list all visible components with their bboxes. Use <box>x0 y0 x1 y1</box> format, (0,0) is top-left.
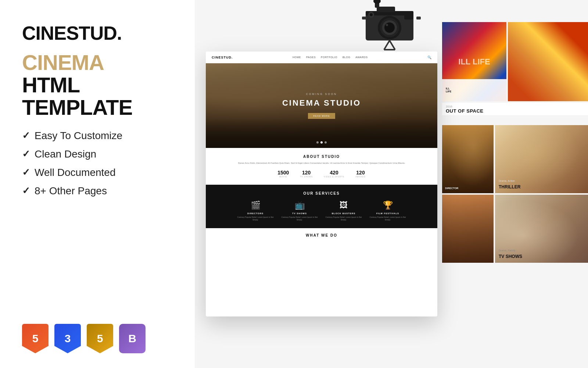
subtitle-rest: HTMLTEMPLATE <box>22 74 176 119</box>
preview-about-section: ABOUT STUDIO Donec Arcu Dolor, Elementum… <box>206 148 437 185</box>
blockbusters-icon: 🖼 <box>325 201 362 210</box>
bottom-right-images: DIRECTOR Drama, Action THRILLER Drama, F… <box>442 125 588 263</box>
stat-number: 1500 <box>277 170 289 176</box>
preview-services-section: OUR SERVICES 🎬 DIRECTORS Contrary Popula… <box>206 185 437 228</box>
html5-badge: 5 <box>22 324 49 353</box>
service-blockbusters: 🖼 BLOCK BUSTERS Contrary Popular Relief,… <box>325 201 362 222</box>
feature-item: ✓ Clean Design <box>22 148 176 160</box>
feature-label: 8+ Other Pages <box>35 185 107 197</box>
features-list: ✓ Easy To Customize ✓ Clean Design ✓ Wel… <box>22 130 176 197</box>
svg-point-5 <box>384 22 395 33</box>
coming-soon-text: COMING SOON <box>306 93 337 95</box>
side-images-top: ILL LIFE <box>442 22 588 101</box>
library-image <box>442 195 494 263</box>
tech-icons-row: 5 3 5 B <box>22 324 176 353</box>
check-icon: ✓ <box>22 185 30 197</box>
service-desc: Contrary Popular Relief, Lorem Ipsum Is … <box>281 216 318 222</box>
nav-link-awards: AWARDS <box>355 56 368 59</box>
tvshows-icon: 📺 <box>281 201 318 210</box>
feature-item: ✓ 8+ Other Pages <box>22 185 176 197</box>
right-panel: ILL LIFE 2016 OUT OF SPACE DIRECTOR Dram… <box>195 0 588 368</box>
feature-item: ✓ Well Documented <box>22 167 176 178</box>
dot <box>316 141 319 144</box>
css3-badge: 3 <box>54 324 81 353</box>
about-title: ABOUT STUDIO <box>217 155 426 159</box>
nav-link-blog: BLOG <box>343 56 350 59</box>
desert-image: Drama, Action THRILLER <box>495 125 588 193</box>
website-preview: CINESTUD. HOME PAGES PORTFOLIO BLOG AWAR… <box>206 52 437 316</box>
preview-hero: COMING SOON CINEMA STUDIO READ MORE <box>206 63 437 148</box>
feature-item: ✓ Easy To Customize <box>22 130 176 142</box>
whatwedo-title: WHAT WE DO <box>213 233 430 237</box>
svg-rect-8 <box>377 7 395 12</box>
service-directors: 🎬 DIRECTORS Contrary Popular Relief, Lor… <box>237 201 274 222</box>
about-text: Donec Arcu Dolor, Elementum Et Facilisis… <box>217 162 426 165</box>
subtitle-block: CINEMA HTMLTEMPLATE <box>22 52 176 119</box>
stat-tvshows: 120 TV SHOWS <box>300 170 313 178</box>
stat-label: TV SHOWS <box>300 176 313 178</box>
check-icon: ✓ <box>22 148 30 160</box>
movie-title-out-of-space: OUT OF SPACE <box>446 108 584 114</box>
service-filmfestivals: 🏆 FILM FESTIVALS Contrary Popular Relief… <box>369 201 406 222</box>
stat-label: VIDEO & SPORTS <box>324 176 344 178</box>
feature-label: Easy To Customize <box>35 130 122 142</box>
js-badge: 5 <box>87 324 113 353</box>
service-tvshows: 📺 TV SHOWS Contrary Popular Relief, Lore… <box>281 201 318 222</box>
svg-rect-7 <box>404 13 413 20</box>
service-name: TV SHOWS <box>281 212 318 215</box>
service-name: DIRECTORS <box>237 212 274 215</box>
preview-whatwedo-section: WHAT WE DO <box>206 228 437 243</box>
bootstrap-badge: B <box>119 324 146 353</box>
services-title: OUR SERVICES <box>213 191 430 195</box>
preview-logo: CINESTUD. <box>212 56 233 59</box>
svg-point-6 <box>386 24 388 26</box>
stat-number: 120 <box>300 170 313 176</box>
hero-read-more-button[interactable]: READ MORE <box>308 113 335 119</box>
brand-title: CINESTUD. <box>22 22 176 44</box>
svg-point-17 <box>373 0 381 4</box>
service-name: FILM FESTIVALS <box>369 212 406 215</box>
director-image: DIRECTOR <box>442 125 494 193</box>
service-name: BLOCK BUSTERS <box>325 212 362 215</box>
art-image-1: ILL LIFE <box>442 22 506 101</box>
feature-label: Well Documented <box>35 167 115 178</box>
stats-row: 1500 MOVIE 120 TV SHOWS 420 VIDEO & SPOR… <box>217 170 426 178</box>
filmfestivals-icon: 🏆 <box>369 201 406 210</box>
dot-active <box>320 141 323 144</box>
svg-rect-11 <box>362 17 366 20</box>
camera-svg <box>355 0 428 52</box>
stat-video-sports: 420 VIDEO & SPORTS <box>324 170 344 178</box>
dot <box>325 141 327 144</box>
svg-point-10 <box>370 13 373 16</box>
drama-family-tag: Drama, Family <box>499 249 516 252</box>
hero-dots <box>316 141 327 144</box>
search-icon: 🔍 <box>427 56 431 59</box>
service-desc: Contrary Popular Relief, Lorem Ipsum Is … <box>237 216 274 222</box>
svg-line-15 <box>390 40 395 50</box>
out-of-space-section: 2016 OUT OF SPACE <box>442 103 588 115</box>
nav-link-home: HOME <box>293 56 301 59</box>
left-panel: CINESTUD. CINEMA HTMLTEMPLATE ✓ Easy To … <box>0 0 195 368</box>
check-icon: ✓ <box>22 130 30 141</box>
director-label: DIRECTOR <box>445 187 458 190</box>
nav-link-portfolio: PORTFOLIO <box>321 56 337 59</box>
nav-link-pages: PAGES <box>306 56 316 59</box>
stat-number: 120 <box>355 170 366 176</box>
svg-rect-12 <box>416 17 421 20</box>
drama-action-tag: Drama, Action <box>499 180 515 182</box>
year-label: 2016 <box>446 105 584 108</box>
preview-navbar: CINESTUD. HOME PAGES PORTFOLIO BLOG AWAR… <box>206 52 437 63</box>
service-desc: Contrary Popular Relief, Lorem Ipsum Is … <box>369 216 406 222</box>
stat-number: 420 <box>324 170 344 176</box>
preview-nav-links: HOME PAGES PORTFOLIO BLOG AWARDS <box>293 56 368 59</box>
art-image-2 <box>508 22 588 101</box>
stat-label: MOVIE <box>277 176 289 178</box>
services-grid: 🎬 DIRECTORS Contrary Popular Relief, Lor… <box>213 201 430 222</box>
check-icon: ✓ <box>22 167 30 178</box>
thriller-title: THRILLER <box>499 184 520 190</box>
directors-icon: 🎬 <box>237 201 274 210</box>
stat-movies: 1500 MOVIE <box>277 170 289 178</box>
stat-awards: 120 AWARDS <box>355 170 366 178</box>
camera-decoration <box>355 0 428 52</box>
hero-title: CINEMA STUDIO <box>282 98 361 108</box>
